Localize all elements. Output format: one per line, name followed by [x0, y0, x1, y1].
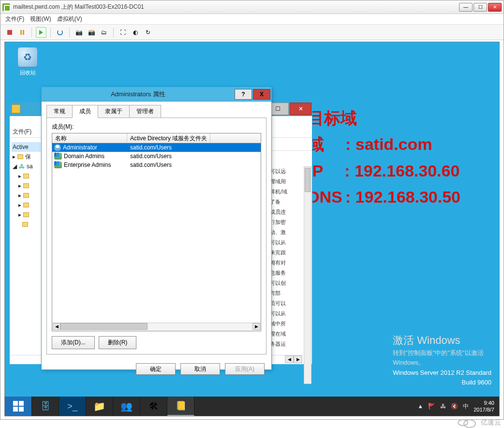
- scrollbar-thumb[interactable]: [305, 168, 311, 192]
- list-header: 名称 Active Directory 域服务文件夹: [52, 133, 261, 143]
- watermark-brand: 亿速云: [458, 418, 501, 427]
- menu-file[interactable]: 文件(F): [5, 15, 24, 23]
- dialog-help-button[interactable]: ?: [235, 89, 252, 100]
- recycle-bin[interactable]: 回收站: [15, 47, 40, 76]
- guest-desktop[interactable]: 回收站 目标域 域: satid.com IP: 192.168.30.60 D…: [4, 42, 500, 416]
- ad-app-icon: [12, 104, 20, 113]
- remove-button[interactable]: 删除(R): [99, 336, 137, 349]
- members-label: 成员(M):: [52, 123, 261, 131]
- system-tray: ▲ 🚩 🖧 🔇 中 9:40 2017/8/7: [413, 397, 499, 416]
- play-button[interactable]: [36, 27, 46, 38]
- tab-members[interactable]: 成员: [72, 105, 98, 118]
- revert-button[interactable]: 🗂: [99, 27, 109, 38]
- tab-managedby[interactable]: 管理者: [129, 105, 161, 118]
- ad-tree[interactable]: Active ▸保 ◢🖧sa ▸ ▸ ▸ ▸ ▸: [12, 142, 41, 229]
- taskbar-server-manager[interactable]: 🗄: [32, 397, 59, 416]
- tree-node[interactable]: ▸保: [12, 152, 41, 162]
- overlay-heading: 目标域: [308, 105, 460, 131]
- tree-node[interactable]: ▸: [12, 210, 41, 220]
- member-row[interactable]: Domain Admins satid.com/Users: [52, 152, 261, 161]
- vmware-titlebar[interactable]: mailtest.pwrd.com 上的 MailTest003-Ex2016-…: [0, 0, 504, 14]
- properties-dialog: Administrators 属性 ? X 常规 成员 隶属于 管理者 成员(M…: [41, 87, 272, 370]
- window-title: mailtest.pwrd.com 上的 MailTest003-Ex2016-…: [13, 3, 144, 11]
- stop-button[interactable]: [4, 27, 15, 38]
- group-icon: [54, 162, 62, 168]
- add-button[interactable]: 添加(D)...: [52, 336, 95, 349]
- recycle-bin-label: 回收站: [15, 69, 40, 76]
- ok-button[interactable]: 确定: [136, 363, 176, 375]
- col-name[interactable]: 名称: [52, 133, 127, 143]
- tree-node[interactable]: ▸: [12, 181, 41, 191]
- close-button[interactable]: ✕: [488, 3, 502, 12]
- taskbar[interactable]: 🗄 >_ 📁 👥 🛠 📒 ▲ 🚩 🖧 🔇 中 9:40 2017/8/7: [5, 397, 499, 416]
- tray-flag-icon[interactable]: 🚩: [428, 403, 435, 410]
- dialog-footer: 确定 取消 应用(A): [42, 359, 271, 381]
- list-hscrollbar[interactable]: ◀ ▶: [53, 323, 260, 330]
- tab-general[interactable]: 常规: [46, 105, 73, 118]
- taskbar-aduc[interactable]: 👥: [113, 397, 140, 416]
- tray-network-icon[interactable]: 🖧: [440, 403, 446, 410]
- minimize-button[interactable]: —: [459, 3, 473, 12]
- brand-icon: [458, 419, 468, 426]
- member-row[interactable]: Enterprise Admins satid.com/Users: [52, 161, 261, 169]
- scroll-left-icon[interactable]: ◀: [53, 323, 60, 330]
- taskbar-active-window[interactable]: 📒: [167, 397, 194, 416]
- scrollbar-thumb[interactable]: [60, 323, 148, 330]
- person-icon: [54, 144, 61, 151]
- hscroll-right[interactable]: ▶: [294, 355, 302, 363]
- reload-button[interactable]: [55, 27, 65, 38]
- cycle-button[interactable]: ↻: [143, 27, 153, 38]
- vmware-menubar: 文件(F) 视图(W) 虚拟机(V): [0, 14, 504, 25]
- members-listbox[interactable]: 名称 Active Directory 域服务文件夹 Administrator…: [52, 133, 261, 331]
- ad-close-button[interactable]: ✕: [290, 103, 311, 115]
- member-row[interactable]: Administrator satid.com/Users: [52, 143, 261, 152]
- taskbar-app[interactable]: 🛠: [140, 397, 167, 416]
- tab-memberof[interactable]: 隶属于: [98, 105, 130, 118]
- apply-button[interactable]: 应用(A): [225, 363, 265, 375]
- tree-node[interactable]: ▸: [12, 191, 41, 200]
- col-folder[interactable]: Active Directory 域服务文件夹: [127, 133, 210, 143]
- tree-node[interactable]: ▸: [12, 200, 41, 210]
- dialog-tabs: 常规 成员 隶属于 管理者: [42, 102, 271, 118]
- pause-button[interactable]: [17, 27, 28, 38]
- vmware-icon: [2, 3, 10, 11]
- taskbar-explorer[interactable]: 📁: [86, 397, 113, 416]
- tree-node[interactable]: ▸: [12, 171, 41, 181]
- taskbar-clock[interactable]: 9:40 2017/8/7: [474, 399, 494, 413]
- ad-vscrollbar[interactable]: [304, 166, 311, 384]
- start-button[interactable]: [5, 397, 32, 416]
- tree-node[interactable]: [12, 220, 41, 229]
- taskbar-powershell[interactable]: >_: [59, 397, 86, 416]
- dialog-title: Administrators 属性: [42, 90, 235, 99]
- unity-button[interactable]: ◐: [130, 27, 141, 38]
- scroll-right-icon[interactable]: ▶: [252, 323, 260, 330]
- recycle-bin-icon: [17, 47, 38, 67]
- menu-vm[interactable]: 虚拟机(V): [57, 15, 82, 23]
- tray-ime-icon[interactable]: 中: [463, 402, 469, 411]
- vmware-toolbar: 📷 📸 🗂 ⛶ ◐ ↻: [0, 25, 504, 40]
- cancel-button[interactable]: 取消: [180, 363, 220, 375]
- dialog-close-button[interactable]: X: [253, 89, 270, 100]
- maximize-button[interactable]: ☐: [474, 3, 487, 12]
- overlay-annotation: 目标域 域: satid.com IP: 192.168.30.60 DNS: …: [308, 105, 460, 210]
- fullscreen-button[interactable]: ⛶: [118, 27, 128, 38]
- tray-chevron-icon[interactable]: ▲: [417, 403, 423, 410]
- group-icon: [54, 153, 62, 160]
- snapshot-button[interactable]: 📷: [74, 27, 84, 38]
- hscroll-left[interactable]: ◀: [285, 355, 294, 363]
- vmware-window: mailtest.pwrd.com 上的 MailTest003-Ex2016-…: [0, 0, 504, 420]
- tree-node[interactable]: ◢🖧sa: [12, 162, 41, 171]
- dialog-body: 成员(M): 名称 Active Directory 域服务文件夹 Admini…: [46, 118, 267, 354]
- activation-watermark: 激活 Windows 转到"控制面板"中的"系统"以激活 Windows。 Wi…: [393, 332, 491, 387]
- tree-node-active[interactable]: Active: [12, 142, 41, 152]
- dialog-titlebar[interactable]: Administrators 属性 ? X: [42, 87, 271, 102]
- menu-view[interactable]: 视图(W): [30, 15, 51, 23]
- tray-sound-icon[interactable]: 🔇: [451, 403, 458, 410]
- snapshot-manage-button[interactable]: 📸: [86, 27, 97, 38]
